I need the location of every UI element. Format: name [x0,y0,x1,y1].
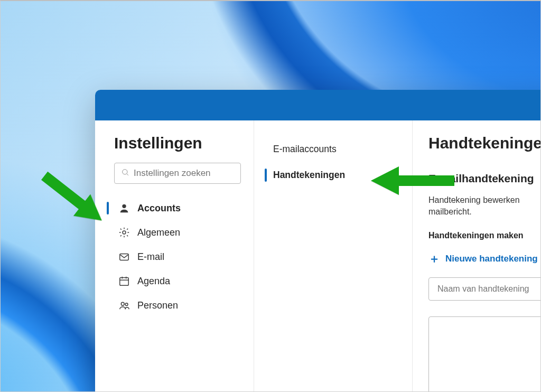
plus-icon: ＋ [428,253,440,265]
subnav: E-mailaccounts Handtekeningen [254,120,412,392]
signature-editor[interactable] [428,316,541,392]
svg-point-12 [121,302,124,305]
sidebar-item-label: Accounts [137,203,181,214]
search-icon [121,168,129,179]
new-signature-label: Nieuwe handtekening [445,254,538,264]
mail-icon [118,251,130,263]
sidebar-item-label: Agenda [137,276,170,287]
new-signature-button[interactable]: ＋ Nieuwe handtekening [428,253,541,265]
window-titlebar [95,90,541,120]
sidebar-item-label: E-mail [137,251,164,263]
svg-point-0 [123,170,127,174]
sidebar: Instellingen Accounts [95,120,254,392]
svg-rect-4 [120,254,129,260]
svg-point-3 [123,231,126,234]
signature-name-input[interactable] [437,284,541,294]
sidebar-item-people[interactable]: Personen [114,295,241,316]
sidebar-item-accounts[interactable]: Accounts [114,198,241,219]
page-title: Handtekeningen [428,134,541,152]
sidebar-title: Instellingen [114,134,241,152]
section-description: Handtekening bewerken mailbericht. [428,194,541,218]
svg-point-13 [125,303,128,306]
subnav-item-label: Handtekeningen [273,170,345,180]
signatures-subhead: Handtekeningen maken [428,231,541,240]
sidebar-item-general[interactable]: Algemeen [114,222,241,243]
svg-point-2 [122,204,126,208]
subnav-item-email-accounts[interactable]: E-mailaccounts [265,137,407,161]
settings-window: Instellingen Accounts [95,90,541,392]
sidebar-item-label: Algemeen [137,227,180,238]
person-icon [118,202,130,214]
subnav-item-signatures[interactable]: Handtekeningen [265,163,407,187]
sidebar-item-email[interactable]: E-mail [114,246,241,267]
calendar-icon [118,275,130,287]
people-icon [118,300,130,311]
content-panel: Handtekeningen E-mailhandtekening Handte… [412,120,541,392]
sidebar-item-calendar[interactable]: Agenda [114,270,241,292]
svg-line-1 [127,174,128,175]
settings-search-input[interactable] [134,168,246,179]
section-title: E-mailhandtekening [428,172,541,185]
svg-rect-5 [120,278,129,286]
sidebar-item-label: Personen [137,300,178,311]
sidebar-nav: Accounts Algemeen E-mail [114,198,241,316]
gear-icon [118,227,130,238]
signature-name-field[interactable] [428,277,541,301]
subnav-item-label: E-mailaccounts [273,144,337,154]
settings-search[interactable] [114,163,241,184]
